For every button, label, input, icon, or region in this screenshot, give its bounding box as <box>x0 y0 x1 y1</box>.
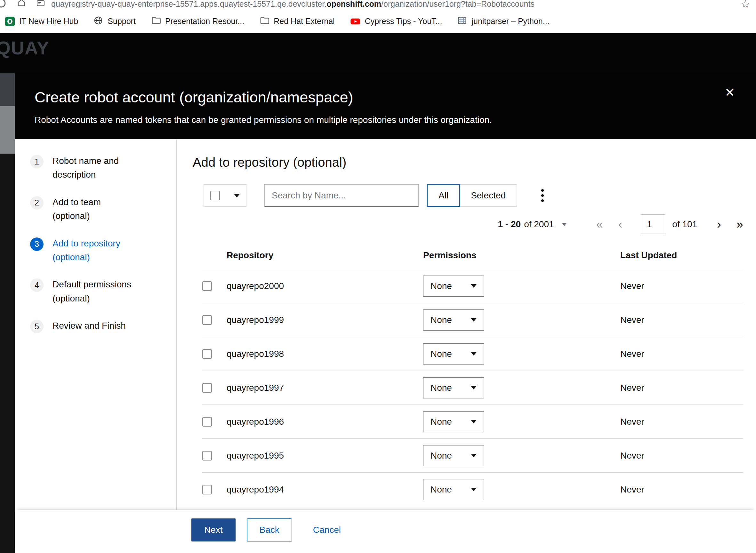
row-checkbox[interactable] <box>202 349 212 359</box>
modal-subtitle: Robot Accounts are named tokens that can… <box>34 115 736 125</box>
bookmark-junitparser[interactable]: junitparser – Python... <box>457 16 549 27</box>
previous-page-button[interactable]: ‹ <box>618 218 622 230</box>
next-page-button[interactable]: › <box>717 218 721 230</box>
row-checkbox[interactable] <box>202 417 212 426</box>
bookmark-star-icon[interactable]: ☆ <box>741 0 750 10</box>
wizard-step-robot-name[interactable]: 1 Robot name and description <box>30 154 167 182</box>
last-updated-value: Never <box>620 281 743 291</box>
permission-value: None <box>431 281 452 291</box>
permission-dropdown[interactable]: None <box>423 479 484 500</box>
bookmark-red-hat-external[interactable]: Red Hat External <box>259 16 334 27</box>
filter-all-toggle[interactable]: All <box>427 184 460 207</box>
table-row: quayrepo2000 None Never <box>202 269 743 303</box>
permission-dropdown[interactable]: None <box>423 309 484 331</box>
next-button[interactable]: Next <box>192 519 236 542</box>
pagination-bar: 1 - 20 of 2001 « ‹ of 101 › » <box>193 215 743 234</box>
wizard-content-panel: Add to repository (optional) All Selecte… <box>177 139 756 510</box>
step-label: Robot name and description <box>53 154 133 182</box>
pagination-range-total: of 2001 <box>524 219 554 229</box>
bookmark-it-new-hire-hub[interactable]: IT New Hire Hub <box>5 17 78 26</box>
url-prefix: quayregistry-quay-quay-enterprise-15571.… <box>51 0 326 8</box>
page-permissions-icon[interactable] <box>36 0 46 9</box>
page-title: Add to repository (optional) <box>193 155 743 170</box>
row-checkbox[interactable] <box>202 315 212 325</box>
permission-dropdown[interactable]: None <box>423 343 484 365</box>
permission-value: None <box>431 484 452 495</box>
last-updated-value: Never <box>620 349 743 359</box>
permission-dropdown[interactable]: None <box>423 275 484 297</box>
last-page-button[interactable]: » <box>737 218 743 230</box>
column-header-permissions: Permissions <box>423 250 620 260</box>
reload-icon[interactable] <box>0 0 8 10</box>
search-input[interactable] <box>264 184 419 207</box>
last-updated-value: Never <box>620 451 743 461</box>
wizard-step-default-permissions[interactable]: 4 Default permissions (optional) <box>30 278 167 305</box>
cancel-button[interactable]: Cancel <box>313 525 341 535</box>
youtube-icon <box>350 16 360 26</box>
repo-name: quayrepo1999 <box>227 315 423 325</box>
nav-block-highlight <box>0 106 15 154</box>
filter-selected-toggle[interactable]: Selected <box>460 184 517 207</box>
modal-body: 1 Robot name and description 2 Add to te… <box>15 139 756 510</box>
permission-dropdown[interactable]: None <box>423 445 484 466</box>
kebab-menu-icon[interactable] <box>539 187 546 204</box>
permission-value: None <box>431 451 452 461</box>
table-header-row: Repository Permissions Last Updated <box>202 248 743 269</box>
site-info-icon[interactable] <box>17 0 26 9</box>
close-icon[interactable]: ✕ <box>725 86 735 98</box>
bookmark-presentation-resources[interactable]: Presentation Resour... <box>151 16 244 27</box>
wizard-step-add-to-repository[interactable]: 3 Add to repository (optional) <box>30 236 167 264</box>
step-number: 4 <box>30 279 44 292</box>
bookmark-support[interactable]: Support <box>93 16 136 27</box>
step-number: 5 <box>30 320 44 333</box>
url-path: /organization/user1org?tab=Robotaccounts <box>381 0 534 8</box>
wizard-step-add-to-team[interactable]: 2 Add to team (optional) <box>30 195 167 223</box>
current-page-input[interactable] <box>641 215 665 234</box>
step-label: Add to team (optional) <box>53 195 133 223</box>
table-row: quayrepo1997 None Never <box>202 371 743 404</box>
address-url[interactable]: quayregistry-quay-quay-enterprise-15571.… <box>51 0 534 9</box>
row-checkbox[interactable] <box>202 451 212 461</box>
bulk-select-dropdown[interactable] <box>204 184 246 207</box>
repo-name: quayrepo1997 <box>227 383 423 393</box>
last-updated-value: Never <box>620 484 743 495</box>
row-checkbox[interactable] <box>202 383 212 393</box>
repo-name: quayrepo1998 <box>227 349 423 359</box>
bookmark-label: Presentation Resour... <box>165 17 244 26</box>
step-number: 1 <box>30 155 44 168</box>
pagination-range-dropdown[interactable]: 1 - 20 of 2001 <box>498 219 567 229</box>
row-checkbox[interactable] <box>202 281 212 291</box>
bookmark-label: Cypress Tips - YouT... <box>365 17 442 26</box>
bookmark-label: IT New Hire Hub <box>19 17 78 26</box>
repo-name: quayrepo1995 <box>227 451 423 461</box>
bookmark-label: Support <box>107 17 136 26</box>
nav-block <box>0 73 15 106</box>
folder-icon <box>151 16 161 27</box>
table-row: quayrepo1996 None Never <box>202 404 743 439</box>
page-left-nav-backdrop <box>0 73 15 553</box>
browser-url-bar: quayregistry-quay-quay-enterprise-15571.… <box>0 0 756 10</box>
bulk-select-checkbox[interactable] <box>210 191 220 200</box>
repository-toolbar: All Selected <box>204 184 743 207</box>
row-checkbox[interactable] <box>202 485 212 494</box>
table-icon <box>457 16 467 27</box>
bookmark-cypress-tips[interactable]: Cypress Tips - YouT... <box>350 16 442 26</box>
modal-header: Create robot account (organization/names… <box>15 73 756 139</box>
quay-logo: QUAY <box>0 37 49 59</box>
total-pages-label: of 101 <box>672 219 697 229</box>
chevron-down-icon <box>562 223 567 226</box>
permission-dropdown[interactable]: None <box>423 411 484 432</box>
wizard-step-review-finish[interactable]: 5 Review and Finish <box>30 319 167 333</box>
permission-value: None <box>431 349 452 359</box>
back-button[interactable]: Back <box>247 519 292 542</box>
bookmarks-bar: IT New Hire Hub Support Presentation Res… <box>0 10 756 33</box>
table-row: quayrepo1994 None Never <box>202 472 743 506</box>
wizard-footer: Next Back Cancel <box>15 510 756 553</box>
repo-name: quayrepo1996 <box>227 417 423 427</box>
step-label: Add to repository (optional) <box>53 236 133 264</box>
globe-icon <box>93 16 103 27</box>
permission-dropdown[interactable]: None <box>423 377 484 398</box>
column-header-repository: Repository <box>227 250 423 260</box>
repository-table: Repository Permissions Last Updated quay… <box>202 248 743 510</box>
first-page-button[interactable]: « <box>596 218 603 230</box>
